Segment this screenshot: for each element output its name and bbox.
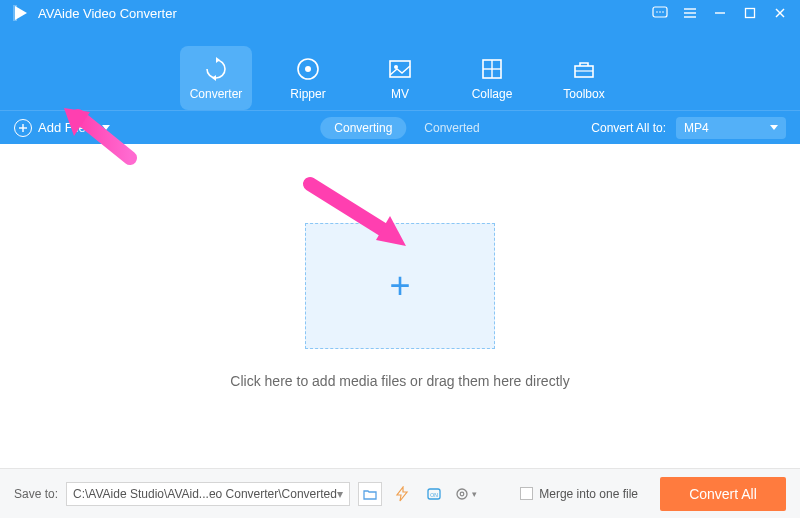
convert-all-control: Convert All to: MP4	[591, 117, 786, 139]
format-value: MP4	[684, 121, 709, 135]
content-area: + Click here to add media files or drag …	[0, 144, 800, 468]
maximize-icon[interactable]	[742, 5, 758, 21]
bolt-icon	[394, 486, 410, 502]
plus-icon: +	[389, 265, 410, 307]
save-to-label: Save to:	[14, 487, 58, 501]
disc-icon	[294, 55, 322, 83]
main-tabs: Converter Ripper MV Collage	[0, 26, 800, 110]
merge-checkbox[interactable]: Merge into one file	[520, 487, 638, 501]
svg-point-18	[394, 65, 398, 69]
add-files-button[interactable]: Add Files	[14, 119, 110, 137]
app-logo-icon	[12, 4, 30, 22]
caret-down-icon	[770, 125, 778, 130]
app-title: AVAide Video Converter	[38, 6, 177, 21]
tab-label: MV	[391, 87, 409, 101]
tab-converter[interactable]: Converter	[180, 46, 252, 110]
convert-all-button[interactable]: Convert All	[660, 477, 786, 511]
menu-icon[interactable]	[682, 5, 698, 21]
minimize-icon[interactable]	[712, 5, 728, 21]
open-folder-button[interactable]	[358, 482, 382, 506]
app-header: AVAide Video Converter	[0, 0, 800, 110]
titlebar: AVAide Video Converter	[0, 0, 800, 26]
dropzone[interactable]: +	[305, 223, 495, 349]
tab-mv[interactable]: MV	[364, 46, 436, 110]
subtab-converted[interactable]: Converted	[424, 121, 479, 135]
image-icon	[386, 55, 414, 83]
gear-icon	[454, 486, 470, 502]
svg-marker-28	[397, 487, 407, 501]
tab-label: Collage	[472, 87, 513, 101]
grid-icon	[478, 55, 506, 83]
tab-collage[interactable]: Collage	[456, 46, 528, 110]
toolbox-icon	[570, 55, 598, 83]
chip-icon: ON	[425, 486, 443, 502]
svg-rect-10	[746, 9, 755, 18]
convert-all-label: Convert All to:	[591, 121, 666, 135]
dropzone-hint: Click here to add media files or drag th…	[230, 373, 569, 389]
subtab-converting[interactable]: Converting	[320, 117, 406, 139]
hardware-accel-button[interactable]	[390, 482, 414, 506]
refresh-icon	[202, 55, 230, 83]
window-controls	[652, 5, 788, 21]
merge-label: Merge into one file	[539, 487, 638, 501]
svg-point-32	[461, 492, 465, 496]
svg-point-31	[457, 489, 467, 499]
tab-ripper[interactable]: Ripper	[272, 46, 344, 110]
chevron-down-icon: ▾	[337, 487, 343, 501]
svg-point-3	[656, 11, 658, 13]
feedback-icon[interactable]	[652, 5, 668, 21]
svg-marker-14	[212, 75, 216, 81]
svg-rect-1	[13, 5, 17, 21]
svg-point-4	[659, 11, 661, 13]
add-files-label: Add Files	[38, 120, 92, 135]
svg-point-5	[662, 11, 664, 13]
subbar: Add Files Converting Converted Convert A…	[0, 110, 800, 144]
chevron-down-icon: ▾	[472, 489, 477, 499]
folder-icon	[363, 488, 377, 500]
gpu-toggle-button[interactable]: ON	[422, 482, 446, 506]
footer: Save to: C:\AVAide Studio\AVAid...eo Con…	[0, 468, 800, 518]
tab-label: Converter	[190, 87, 243, 101]
plus-circle-icon	[14, 119, 32, 137]
caret-down-icon	[102, 125, 110, 130]
tab-label: Toolbox	[563, 87, 604, 101]
close-icon[interactable]	[772, 5, 788, 21]
settings-button[interactable]: ▾	[454, 482, 478, 506]
checkbox-icon	[520, 487, 533, 500]
save-path-value: C:\AVAide Studio\AVAid...eo Converter\Co…	[73, 487, 337, 501]
tab-toolbox[interactable]: Toolbox	[548, 46, 620, 110]
save-path-select[interactable]: C:\AVAide Studio\AVAid...eo Converter\Co…	[66, 482, 350, 506]
svg-text:ON: ON	[430, 492, 438, 498]
tab-label: Ripper	[290, 87, 325, 101]
format-select[interactable]: MP4	[676, 117, 786, 139]
svg-point-16	[305, 66, 311, 72]
subtabs: Converting Converted	[320, 117, 479, 139]
